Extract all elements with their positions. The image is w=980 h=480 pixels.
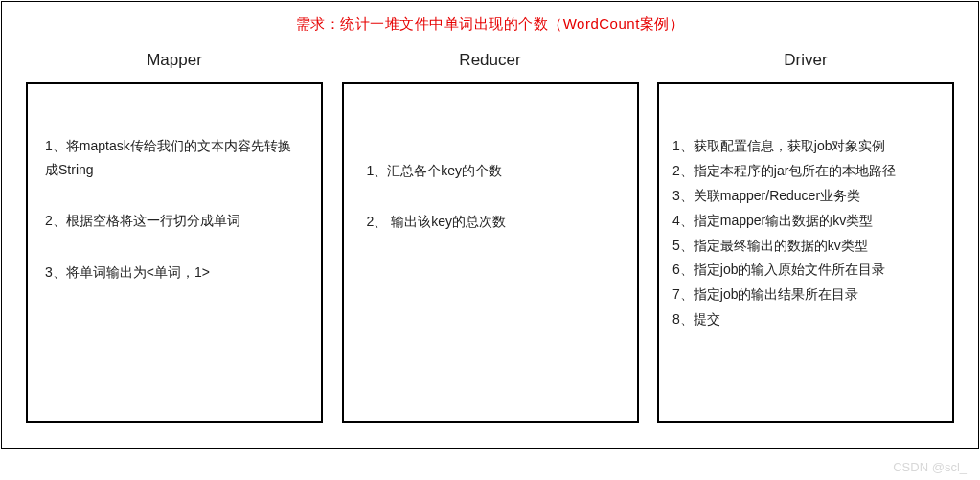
diagram-frame: 需求：统计一堆文件中单词出现的个数（WordCount案例） Mapper 1、… — [1, 1, 979, 449]
driver-item: 4、指定mapper输出数据的kv类型 — [672, 209, 939, 234]
columns-container: Mapper 1、将maptask传给我们的文本内容先转换成String 2、根… — [2, 34, 978, 423]
driver-header: Driver — [784, 51, 827, 70]
driver-item: 6、指定job的输入原始文件所在目录 — [672, 258, 939, 283]
reducer-item: 2、 输出该key的总次数 — [367, 210, 614, 234]
reducer-item: 1、汇总各个key的个数 — [367, 159, 614, 183]
driver-item: 8、提交 — [672, 308, 939, 332]
column-reducer: Reducer 1、汇总各个key的个数 2、 输出该key的总次数 — [342, 51, 639, 423]
driver-item: 1、获取配置信息，获取job对象实例 — [672, 134, 939, 159]
column-driver: Driver 1、获取配置信息，获取job对象实例 2、指定本程序的jar包所在… — [657, 51, 954, 423]
column-mapper: Mapper 1、将maptask传给我们的文本内容先转换成String 2、根… — [26, 51, 323, 423]
mapper-box: 1、将maptask传给我们的文本内容先转换成String 2、根据空格将这一行… — [26, 82, 323, 423]
mapper-item: 2、根据空格将这一行切分成单词 — [45, 209, 304, 233]
driver-item: 5、指定最终输出的数据的kv类型 — [672, 234, 939, 259]
driver-item: 3、关联mapper/Reducer业务类 — [672, 184, 939, 209]
reducer-box: 1、汇总各个key的个数 2、 输出该key的总次数 — [342, 82, 639, 423]
mapper-header: Mapper — [147, 51, 202, 70]
driver-box: 1、获取配置信息，获取job对象实例 2、指定本程序的jar包所在的本地路径 3… — [657, 82, 954, 423]
reducer-header: Reducer — [459, 51, 520, 70]
mapper-item: 3、将单词输出为<单词，1> — [45, 261, 304, 285]
driver-item: 2、指定本程序的jar包所在的本地路径 — [672, 159, 939, 184]
diagram-title: 需求：统计一堆文件中单词出现的个数（WordCount案例） — [2, 15, 978, 34]
driver-item: 7、指定job的输出结果所在目录 — [672, 283, 939, 308]
watermark-text: CSDN @scl_ — [893, 460, 967, 474]
mapper-item: 1、将maptask传给我们的文本内容先转换成String — [45, 134, 304, 182]
